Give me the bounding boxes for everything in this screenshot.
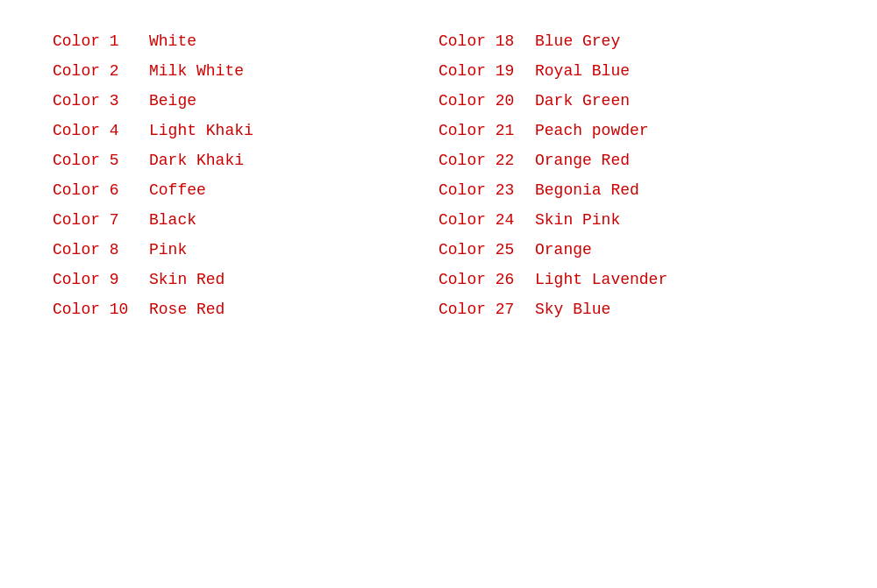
- color-label: Color 4: [53, 122, 149, 139]
- color-name: Dark Green: [535, 92, 630, 110]
- list-item: Color 4 Light Khaki: [53, 116, 438, 145]
- color-label: Color 18: [438, 32, 535, 50]
- color-label: Color 6: [53, 181, 149, 199]
- color-label: Color 1: [53, 32, 149, 50]
- right-column: Color 18 Blue GreyColor 19 Royal BlueCol…: [438, 26, 824, 324]
- list-item: Color 22 Orange Red: [438, 145, 824, 175]
- color-label: Color 22: [438, 152, 535, 169]
- color-name: Peach powder: [535, 122, 649, 139]
- color-label: Color 5: [53, 152, 149, 169]
- list-item: Color 24 Skin Pink: [438, 205, 824, 235]
- color-name: White: [149, 32, 196, 50]
- color-label: Color 25: [438, 241, 535, 259]
- main-container: Color 1 WhiteColor 2 Milk WhiteColor 3 B…: [0, 0, 877, 588]
- color-label: Color 21: [438, 122, 535, 139]
- color-name: Milk White: [149, 62, 244, 80]
- color-name: Royal Blue: [535, 62, 630, 80]
- color-label: Color 23: [438, 181, 535, 199]
- list-item: Color 10 Rose Red: [53, 294, 438, 324]
- color-name: Beige: [149, 92, 196, 110]
- color-name: Skin Pink: [535, 211, 620, 229]
- color-label: Color 26: [438, 271, 535, 288]
- list-item: Color 5 Dark Khaki: [53, 145, 438, 175]
- color-name: Pink: [149, 241, 187, 259]
- list-item: Color 23 Begonia Red: [438, 175, 824, 205]
- list-item: Color 25 Orange: [438, 235, 824, 265]
- list-item: Color 1 White: [53, 26, 438, 56]
- color-name: Light Khaki: [149, 122, 253, 139]
- color-label: Color 24: [438, 211, 535, 229]
- columns-wrapper: Color 1 WhiteColor 2 Milk WhiteColor 3 B…: [53, 26, 824, 324]
- color-label: Color 8: [53, 241, 149, 259]
- color-label: Color 19: [438, 62, 535, 80]
- color-name: Sky Blue: [535, 301, 610, 318]
- list-item: Color 18 Blue Grey: [438, 26, 824, 56]
- color-label: Color 9: [53, 271, 149, 288]
- color-name: Skin Red: [149, 271, 225, 288]
- list-item: Color 26 Light Lavender: [438, 265, 824, 294]
- color-label: Color 3: [53, 92, 149, 110]
- color-name: Orange Red: [535, 152, 630, 169]
- color-label: Color 7: [53, 211, 149, 229]
- color-name: Rose Red: [149, 301, 225, 318]
- color-name: Black: [149, 211, 196, 229]
- list-item: Color 19 Royal Blue: [438, 56, 824, 86]
- list-item: Color 3 Beige: [53, 86, 438, 116]
- list-item: Color 21 Peach powder: [438, 116, 824, 145]
- list-item: Color 7 Black: [53, 205, 438, 235]
- list-item: Color 6 Coffee: [53, 175, 438, 205]
- list-item: Color 9 Skin Red: [53, 265, 438, 294]
- color-name: Dark Khaki: [149, 152, 244, 169]
- color-label: Color 10: [53, 301, 149, 318]
- color-name: Begonia Red: [535, 181, 639, 199]
- list-item: Color 2 Milk White: [53, 56, 438, 86]
- list-item: Color 8 Pink: [53, 235, 438, 265]
- color-name: Blue Grey: [535, 32, 620, 50]
- list-item: Color 20 Dark Green: [438, 86, 824, 116]
- color-label: Color 27: [438, 301, 535, 318]
- color-name: Light Lavender: [535, 271, 667, 288]
- color-label: Color 2: [53, 62, 149, 80]
- color-name: Coffee: [149, 181, 206, 199]
- left-column: Color 1 WhiteColor 2 Milk WhiteColor 3 B…: [53, 26, 438, 324]
- color-name: Orange: [535, 241, 592, 259]
- color-label: Color 20: [438, 92, 535, 110]
- list-item: Color 27 Sky Blue: [438, 294, 824, 324]
